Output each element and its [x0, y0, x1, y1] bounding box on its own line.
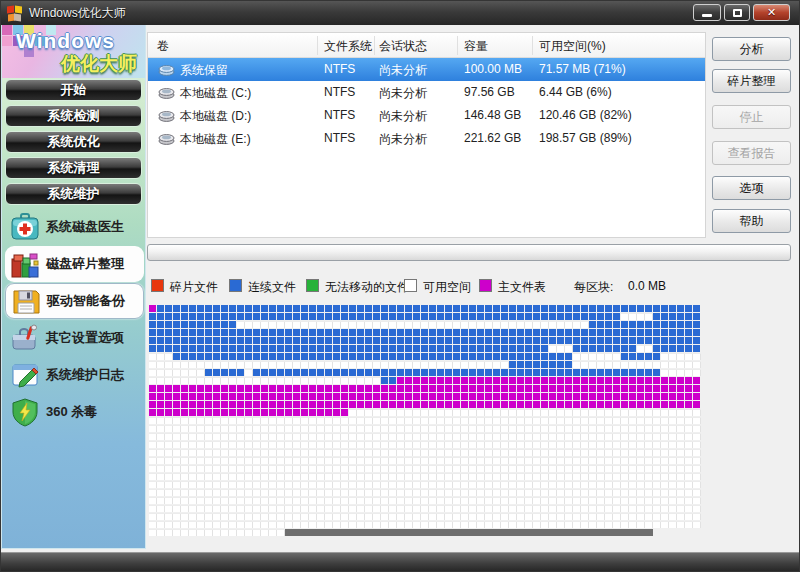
maximize-icon	[733, 9, 742, 17]
map-row	[149, 377, 701, 385]
map-row	[149, 361, 701, 369]
legend-label: 碎片文件	[170, 279, 218, 296]
window-title: Windows优化大师	[29, 5, 126, 22]
map-row	[149, 473, 701, 481]
title-bar: Windows优化大师 ✕	[1, 1, 799, 25]
table-row[interactable]: 本地磁盘 (E:) NTFS 尚未分析 221.62 GB 198.57 GB …	[148, 127, 705, 150]
defrag-blocks-icon	[10, 249, 40, 279]
map-row	[149, 449, 701, 457]
volume-table: 卷 文件系统 会话状态 容量 可用空间(%) 系统保留 NTFS 尚未分析 10…	[147, 32, 706, 238]
map-row	[149, 401, 701, 409]
disk-icon	[158, 108, 175, 122]
sidebar-item-label: 系统维护日志	[46, 366, 124, 384]
sidebar-item-label: 驱动智能备份	[47, 292, 125, 310]
sidebar-item-maintenance-log[interactable]: 系统维护日志	[5, 357, 144, 393]
progress-bar	[147, 244, 791, 261]
banner-line2: 优化大师	[61, 51, 137, 77]
disk-icon	[158, 62, 175, 76]
fragmented-swatch	[151, 279, 164, 292]
map-row	[149, 417, 701, 425]
map-row	[149, 393, 701, 401]
app-logo-icon	[7, 6, 22, 21]
map-row	[149, 313, 701, 321]
analyze-button[interactable]: 分析	[712, 37, 791, 61]
map-row	[149, 465, 701, 473]
close-icon: ✕	[767, 7, 776, 18]
sidebar-item-defrag[interactable]: 磁盘碎片整理	[5, 246, 144, 282]
sidebar-item-label: 磁盘碎片整理	[46, 255, 124, 273]
first-aid-kit-icon	[10, 212, 40, 242]
block-size-label: 每区块:	[574, 279, 613, 296]
mft-swatch	[479, 279, 492, 292]
contiguous-swatch	[229, 279, 242, 292]
app-window: Windows优化大师 ✕ Windows 优化大师 开始 系统检测 系统优化 …	[0, 0, 800, 572]
map-row	[149, 521, 701, 529]
legend-label: 无法移动的文件	[325, 279, 409, 296]
map-row	[149, 353, 701, 361]
map-row	[149, 385, 701, 393]
legend-label: 主文件表	[498, 279, 546, 296]
map-row	[149, 457, 701, 465]
map-row	[149, 481, 701, 489]
map-row	[149, 305, 701, 313]
table-row[interactable]: 系统保留 NTFS 尚未分析 100.00 MB 71.57 MB (71%)	[148, 58, 705, 81]
app-banner: Windows 优化大师	[2, 25, 145, 78]
sidebar-item-360-antivirus[interactable]: 360 杀毒	[5, 394, 144, 430]
sidebar-item-other-settings[interactable]: 其它设置选项	[5, 320, 144, 356]
map-legend: 碎片文件 连续文件 无法移动的文件 可用空间 主文件表 每区块: 0.0 MB	[1, 278, 800, 294]
banner-line1: Windows	[16, 29, 115, 53]
table-header: 卷 文件系统 会话状态 容量 可用空间(%)	[148, 33, 705, 58]
map-row	[149, 529, 701, 537]
free-space-swatch	[404, 279, 417, 292]
nav-system-clean[interactable]: 系统清理	[5, 157, 142, 179]
maximize-button[interactable]	[724, 4, 750, 21]
map-row	[149, 329, 701, 337]
minimize-button[interactable]	[693, 4, 721, 21]
view-report-button[interactable]: 查看报告	[712, 141, 791, 165]
map-row	[149, 369, 701, 377]
nav-start[interactable]: 开始	[5, 79, 142, 101]
legend-label: 可用空间	[423, 279, 471, 296]
map-row	[149, 345, 701, 353]
map-row	[149, 497, 701, 505]
toolbox-icon	[10, 323, 40, 353]
map-row	[149, 513, 701, 521]
col-free-space: 可用空间(%)	[539, 38, 606, 55]
table-row[interactable]: 本地磁盘 (D:) NTFS 尚未分析 146.48 GB 120.46 GB …	[148, 104, 705, 127]
map-row	[149, 489, 701, 497]
minimize-icon	[702, 14, 712, 17]
col-capacity: 容量	[464, 38, 488, 55]
defragment-button[interactable]: 碎片整理	[712, 69, 791, 93]
sidebar-item-label: 其它设置选项	[46, 329, 124, 347]
disk-icon	[158, 131, 175, 145]
col-volume: 卷	[157, 38, 169, 55]
close-button[interactable]: ✕	[753, 4, 790, 21]
table-row[interactable]: 本地磁盘 (C:) NTFS 尚未分析 97.56 GB 6.44 GB (6%…	[148, 81, 705, 104]
shield-icon	[10, 397, 40, 427]
sidebar-item-disk-doctor[interactable]: 系统磁盘医生	[5, 209, 144, 245]
bottom-status-bar	[1, 552, 799, 572]
block-map	[149, 305, 701, 537]
unmovable-swatch	[306, 279, 319, 292]
options-button[interactable]: 选项	[712, 176, 791, 200]
mosaic-decoration	[2, 25, 12, 35]
nav-system-optimize[interactable]: 系统优化	[5, 131, 142, 153]
help-button[interactable]: 帮助	[712, 209, 791, 233]
map-row	[149, 441, 701, 449]
block-size-value: 0.0 MB	[628, 279, 666, 293]
disk-icon	[158, 85, 175, 99]
map-row	[149, 433, 701, 441]
map-row	[149, 505, 701, 513]
map-row	[149, 337, 701, 345]
nav-system-maintain[interactable]: 系统维护	[5, 183, 142, 205]
map-row	[149, 321, 701, 329]
col-filesystem: 文件系统	[324, 38, 372, 55]
stop-button[interactable]: 停止	[712, 105, 791, 129]
sidebar-item-label: 系统磁盘医生	[46, 218, 124, 236]
map-row	[149, 425, 701, 433]
log-pencil-icon	[10, 360, 40, 390]
col-session-status: 会话状态	[379, 38, 427, 55]
legend-label: 连续文件	[248, 279, 296, 296]
map-row	[149, 409, 701, 417]
nav-system-check[interactable]: 系统检测	[5, 105, 142, 127]
